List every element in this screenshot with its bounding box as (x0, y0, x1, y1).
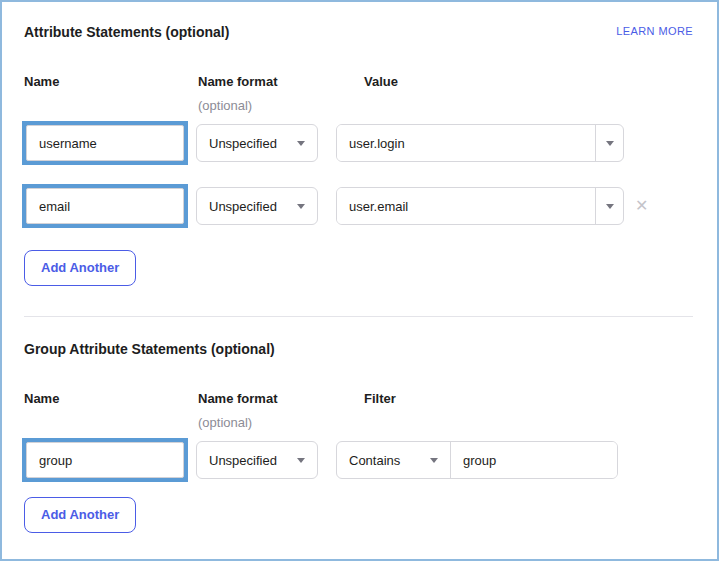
attribute-name-input[interactable] (26, 125, 184, 161)
column-header-name: Name (24, 74, 198, 113)
name-format-selected-value: Unspecified (209, 453, 277, 468)
attribute-statements-title: Attribute Statements (optional) (24, 24, 229, 40)
caret-down-icon (297, 141, 305, 146)
caret-down-icon (606, 141, 614, 146)
attribute-row-email: Unspecified ✕ (22, 184, 693, 228)
name-format-optional-hint: (optional) (198, 98, 364, 113)
value-combobox (336, 124, 624, 162)
caret-down-icon (430, 458, 438, 463)
value-dropdown-toggle[interactable] (595, 188, 623, 224)
remove-row-icon[interactable]: ✕ (635, 198, 648, 214)
name-format-selected-value: Unspecified (209, 199, 277, 214)
column-header-name: Name (24, 391, 198, 430)
add-another-button[interactable]: Add Another (24, 497, 136, 533)
column-header-name-format: Name format (optional) (198, 74, 364, 113)
group-attribute-statements-section: Group Attribute Statements (optional) Na… (2, 317, 717, 533)
filter-type-select[interactable]: Contains (337, 442, 451, 478)
group-name-input[interactable] (26, 442, 184, 478)
name-format-select[interactable]: Unspecified (196, 187, 318, 225)
filter-value-input[interactable] (451, 442, 617, 478)
group-attribute-row: Unspecified Contains (22, 438, 693, 482)
add-another-button[interactable]: Add Another (24, 250, 136, 286)
attribute-statements-panel: Attribute Statements (optional) LEARN MO… (0, 0, 719, 561)
caret-down-icon (297, 204, 305, 209)
column-header-filter: Filter (364, 391, 693, 430)
column-headers: Name Name format (optional) Value (24, 74, 693, 113)
column-header-value: Value (364, 74, 693, 113)
filter-control: Contains (336, 441, 618, 479)
name-input-highlight (22, 121, 188, 165)
attribute-name-input[interactable] (26, 188, 184, 224)
filter-type-selected-value: Contains (349, 453, 400, 468)
section-header: Attribute Statements (optional) LEARN MO… (24, 24, 693, 40)
caret-down-icon (606, 204, 614, 209)
name-format-label: Name format (198, 74, 277, 89)
name-format-selected-value: Unspecified (209, 136, 277, 151)
column-header-name-format: Name format (optional) (198, 391, 364, 430)
name-format-optional-hint: (optional) (198, 415, 364, 430)
attribute-row-username: Unspecified (22, 121, 693, 165)
group-column-headers: Name Name format (optional) Filter (24, 391, 693, 430)
attribute-statements-section: Attribute Statements (optional) LEARN MO… (2, 2, 717, 286)
caret-down-icon (297, 458, 305, 463)
name-input-highlight (22, 438, 188, 482)
name-format-label: Name format (198, 391, 277, 406)
attribute-value-input[interactable] (337, 125, 595, 161)
learn-more-link[interactable]: LEARN MORE (616, 24, 693, 38)
value-combobox (336, 187, 624, 225)
name-format-select[interactable]: Unspecified (196, 124, 318, 162)
group-attribute-statements-title: Group Attribute Statements (optional) (24, 341, 693, 357)
attribute-value-input[interactable] (337, 188, 595, 224)
value-dropdown-toggle[interactable] (595, 125, 623, 161)
name-input-highlight (22, 184, 188, 228)
name-format-select[interactable]: Unspecified (196, 441, 318, 479)
